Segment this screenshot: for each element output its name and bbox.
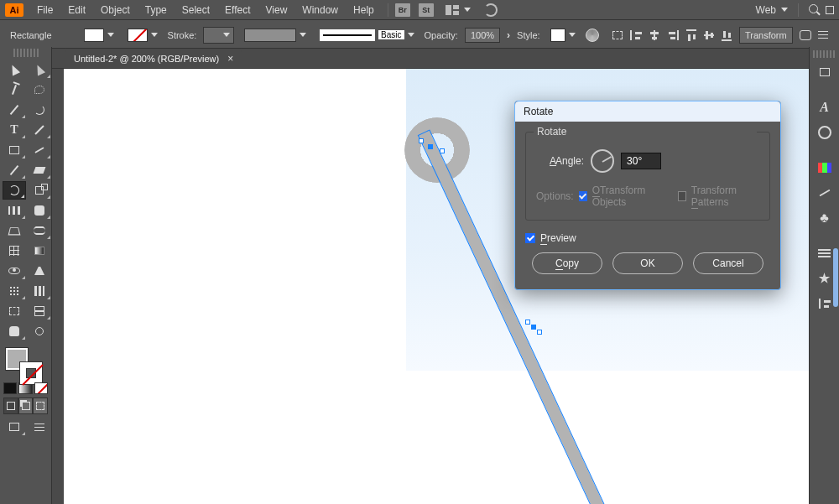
stroke-box[interactable] bbox=[20, 362, 42, 384]
fill-swatch[interactable] bbox=[81, 27, 117, 44]
transform-panel-toggle[interactable]: Transform bbox=[739, 27, 793, 44]
properties-panel-icon[interactable] bbox=[813, 61, 836, 83]
change-screen-mode[interactable] bbox=[3, 418, 26, 436]
brushes-panel-icon[interactable] bbox=[813, 182, 836, 204]
menu-effect[interactable]: Effect bbox=[218, 3, 257, 18]
zoom-tool[interactable] bbox=[28, 322, 51, 340]
type-tool[interactable]: T bbox=[3, 121, 26, 139]
align-bottom-icon[interactable] bbox=[722, 25, 732, 45]
symbol-sprayer-tool[interactable] bbox=[3, 282, 26, 300]
free-transform-tool[interactable] bbox=[3, 221, 26, 240]
opacity-flyout-icon[interactable]: › bbox=[507, 29, 510, 41]
preview-checkbox[interactable] bbox=[525, 233, 535, 243]
workspace-switcher[interactable]: Web bbox=[756, 3, 834, 17]
collapsed-panel-indicator[interactable] bbox=[833, 248, 838, 307]
blend-tool[interactable] bbox=[28, 262, 51, 280]
variable-width-profile[interactable] bbox=[241, 27, 310, 44]
anchor-point[interactable] bbox=[537, 330, 542, 335]
angle-dial-icon[interactable] bbox=[591, 149, 614, 173]
angle-input[interactable]: 30° bbox=[621, 153, 661, 169]
rectangle-tool[interactable] bbox=[3, 141, 26, 159]
line-segment-tool[interactable] bbox=[28, 121, 51, 139]
align-vcenter-icon[interactable] bbox=[703, 25, 714, 45]
align-hcenter-icon[interactable] bbox=[649, 25, 660, 45]
opacity-value[interactable]: 100% bbox=[465, 28, 500, 43]
menu-object[interactable]: Object bbox=[94, 3, 137, 18]
rotate-tool[interactable] bbox=[3, 181, 26, 200]
right-dock-grip[interactable] bbox=[813, 50, 836, 58]
lasso-tool[interactable] bbox=[28, 81, 51, 99]
width-tool[interactable] bbox=[3, 201, 26, 220]
cancel-button[interactable]: Cancel bbox=[693, 252, 763, 274]
magic-wand-tool[interactable] bbox=[3, 81, 26, 99]
draw-inside-icon[interactable] bbox=[33, 397, 48, 414]
artboard-tool[interactable] bbox=[3, 302, 26, 320]
stroke-swatch[interactable] bbox=[124, 27, 161, 44]
menu-edit[interactable]: Edit bbox=[61, 3, 92, 18]
color-mode-solid[interactable] bbox=[3, 382, 17, 394]
appearance-panel-icon[interactable] bbox=[813, 122, 836, 143]
align-to-artboard-icon[interactable] bbox=[612, 25, 623, 45]
anchor-point[interactable] bbox=[440, 148, 445, 153]
anchor-point[interactable] bbox=[419, 138, 424, 143]
bridge-launcher-icon[interactable]: Br bbox=[395, 3, 410, 17]
selection-handle[interactable] bbox=[428, 144, 433, 149]
artboard-canvas[interactable]: Rotate Rotate AAngle: 30° Options: OTran… bbox=[64, 69, 809, 504]
swatches-panel-icon[interactable] bbox=[813, 157, 836, 179]
direct-selection-tool[interactable] bbox=[28, 60, 51, 79]
arrange-documents-icon[interactable] bbox=[446, 5, 459, 15]
color-mode-gradient[interactable] bbox=[18, 382, 32, 394]
hand-tool[interactable] bbox=[3, 322, 26, 340]
menu-help[interactable]: Help bbox=[347, 3, 381, 18]
ok-button[interactable]: OK bbox=[612, 252, 683, 274]
brush-definition[interactable]: Basic bbox=[316, 27, 417, 44]
align-left-icon[interactable] bbox=[630, 25, 642, 45]
app-menubar: Ai File Edit Object Type Select Effect V… bbox=[0, 0, 839, 20]
symbols-panel-icon[interactable]: ♣ bbox=[813, 207, 836, 229]
curvature-tool[interactable] bbox=[28, 101, 51, 119]
pen-tool[interactable] bbox=[3, 101, 26, 119]
arrange-documents-caret-icon[interactable] bbox=[464, 8, 471, 12]
menu-type[interactable]: Type bbox=[138, 3, 174, 18]
eraser-tool[interactable] bbox=[28, 161, 51, 179]
draw-behind-icon[interactable] bbox=[18, 397, 34, 414]
menu-window[interactable]: Window bbox=[295, 3, 345, 18]
eyedropper-tool[interactable] bbox=[3, 262, 26, 280]
selection-tool[interactable] bbox=[3, 60, 26, 79]
pencil-tool[interactable] bbox=[3, 161, 26, 179]
recolor-artwork-icon[interactable] bbox=[586, 25, 599, 45]
edit-toolbar[interactable] bbox=[28, 418, 51, 436]
window-restore-icon[interactable] bbox=[826, 6, 834, 14]
stock-launcher-icon[interactable]: St bbox=[419, 3, 434, 17]
graphic-style[interactable] bbox=[547, 27, 579, 44]
menu-view[interactable]: View bbox=[259, 3, 294, 18]
draw-normal-icon[interactable] bbox=[3, 397, 18, 414]
menu-select[interactable]: Select bbox=[175, 3, 216, 18]
menu-file[interactable]: File bbox=[30, 3, 60, 18]
color-mode-none[interactable] bbox=[34, 382, 48, 394]
align-right-icon[interactable] bbox=[667, 25, 679, 45]
isolate-group-icon[interactable] bbox=[800, 25, 811, 45]
shape-builder-tool[interactable] bbox=[28, 201, 51, 220]
paintbrush-tool[interactable] bbox=[28, 141, 51, 159]
scale-tool[interactable] bbox=[28, 181, 51, 200]
mesh-tool[interactable] bbox=[3, 242, 26, 260]
sync-settings-icon[interactable] bbox=[484, 3, 498, 17]
options-flyout-icon[interactable] bbox=[818, 25, 829, 45]
copy-button[interactable]: CopyCopy bbox=[532, 252, 602, 274]
document-tab[interactable]: Untitled-2* @ 200% (RGB/Preview) × bbox=[65, 49, 242, 68]
perspective-grid-tool[interactable] bbox=[28, 221, 51, 240]
column-graph-tool[interactable] bbox=[28, 282, 51, 300]
align-top-icon[interactable] bbox=[685, 25, 696, 45]
selection-handle[interactable] bbox=[531, 325, 536, 330]
character-panel-icon[interactable]: A bbox=[813, 96, 836, 118]
close-tab-icon[interactable]: × bbox=[227, 53, 233, 65]
slice-tool[interactable] bbox=[28, 302, 51, 320]
anchor-point[interactable] bbox=[525, 320, 530, 325]
stroke-weight-dropdown[interactable] bbox=[203, 27, 234, 44]
fill-stroke-control[interactable] bbox=[3, 346, 48, 381]
toolbox-grip[interactable] bbox=[13, 49, 39, 57]
gradient-tool[interactable] bbox=[28, 242, 51, 260]
dialog-titlebar[interactable]: Rotate bbox=[515, 101, 780, 122]
search-icon[interactable] bbox=[809, 4, 821, 16]
